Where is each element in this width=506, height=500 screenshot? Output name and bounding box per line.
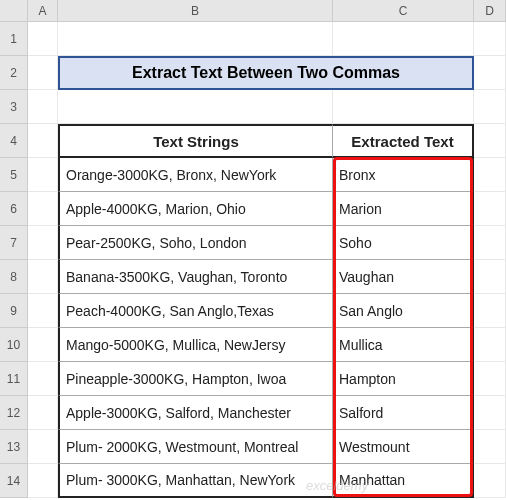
cell-text-9[interactable]: Peach-4000KG, San Anglo,Texas: [58, 294, 333, 328]
row-header-11[interactable]: 11: [0, 362, 28, 396]
row-header-4[interactable]: 4: [0, 124, 28, 158]
cell-D9[interactable]: [474, 294, 506, 328]
cell-extracted-12[interactable]: Salford: [333, 396, 474, 430]
col-header-C[interactable]: C: [333, 0, 474, 22]
col-header-B[interactable]: B: [58, 0, 333, 22]
cell-A3[interactable]: [28, 90, 58, 124]
cell-text-10[interactable]: Mango-5000KG, Mullica, NewJersy: [58, 328, 333, 362]
cell-A8[interactable]: [28, 260, 58, 294]
row-header-13[interactable]: 13: [0, 430, 28, 464]
cell-A5[interactable]: [28, 158, 58, 192]
row-header-3[interactable]: 3: [0, 90, 28, 124]
cell-A12[interactable]: [28, 396, 58, 430]
cell-C3[interactable]: [333, 90, 474, 124]
row-header-12[interactable]: 12: [0, 396, 28, 430]
cell-A6[interactable]: [28, 192, 58, 226]
cell-B3[interactable]: [58, 90, 333, 124]
cell-D10[interactable]: [474, 328, 506, 362]
cell-text-13[interactable]: Plum- 2000KG, Westmount, Montreal: [58, 430, 333, 464]
col-header-D[interactable]: D: [474, 0, 506, 22]
row-header-14[interactable]: 14: [0, 464, 28, 498]
header-extracted-text: Extracted Text: [333, 124, 474, 158]
row-header-5[interactable]: 5: [0, 158, 28, 192]
cell-extracted-5[interactable]: Bronx: [333, 158, 474, 192]
spreadsheet-grid[interactable]: ABCD12Extract Text Between Two Commas34T…: [0, 0, 506, 498]
row-header-7[interactable]: 7: [0, 226, 28, 260]
cell-D8[interactable]: [474, 260, 506, 294]
cell-A1[interactable]: [28, 22, 58, 56]
cell-A9[interactable]: [28, 294, 58, 328]
cell-extracted-6[interactable]: Marion: [333, 192, 474, 226]
row-header-2[interactable]: 2: [0, 56, 28, 90]
col-header-A[interactable]: A: [28, 0, 58, 22]
cell-extracted-13[interactable]: Westmount: [333, 430, 474, 464]
row-header-8[interactable]: 8: [0, 260, 28, 294]
cell-D3[interactable]: [474, 90, 506, 124]
cell-A2[interactable]: [28, 56, 58, 90]
cell-extracted-8[interactable]: Vaughan: [333, 260, 474, 294]
row-header-10[interactable]: 10: [0, 328, 28, 362]
cell-text-8[interactable]: Banana-3500KG, Vaughan, Toronto: [58, 260, 333, 294]
header-text-strings: Text Strings: [58, 124, 333, 158]
cell-text-6[interactable]: Apple-4000KG, Marion, Ohio: [58, 192, 333, 226]
cell-B1[interactable]: [58, 22, 333, 56]
cell-text-14[interactable]: Plum- 3000KG, Manhattan, NewYork: [58, 464, 333, 498]
cell-D1[interactable]: [474, 22, 506, 56]
cell-D5[interactable]: [474, 158, 506, 192]
cell-extracted-9[interactable]: San Anglo: [333, 294, 474, 328]
cell-A11[interactable]: [28, 362, 58, 396]
cell-D6[interactable]: [474, 192, 506, 226]
row-header-9[interactable]: 9: [0, 294, 28, 328]
cell-text-11[interactable]: Pineapple-3000KG, Hampton, Iwoa: [58, 362, 333, 396]
cell-A4[interactable]: [28, 124, 58, 158]
row-header-1[interactable]: 1: [0, 22, 28, 56]
cell-extracted-11[interactable]: Hampton: [333, 362, 474, 396]
corner-cell: [0, 0, 28, 22]
cell-A14[interactable]: [28, 464, 58, 498]
cell-text-12[interactable]: Apple-3000KG, Salford, Manchester: [58, 396, 333, 430]
cell-D11[interactable]: [474, 362, 506, 396]
cell-D7[interactable]: [474, 226, 506, 260]
cell-D14[interactable]: [474, 464, 506, 498]
cell-A10[interactable]: [28, 328, 58, 362]
cell-text-7[interactable]: Pear-2500KG, Soho, London: [58, 226, 333, 260]
cell-D13[interactable]: [474, 430, 506, 464]
cell-D2[interactable]: [474, 56, 506, 90]
cell-D12[interactable]: [474, 396, 506, 430]
cell-D4[interactable]: [474, 124, 506, 158]
cell-extracted-7[interactable]: Soho: [333, 226, 474, 260]
cell-extracted-14[interactable]: Manhattan: [333, 464, 474, 498]
row-header-6[interactable]: 6: [0, 192, 28, 226]
cell-A13[interactable]: [28, 430, 58, 464]
title-cell: Extract Text Between Two Commas: [58, 56, 474, 90]
cell-extracted-10[interactable]: Mullica: [333, 328, 474, 362]
cell-A7[interactable]: [28, 226, 58, 260]
cell-text-5[interactable]: Orange-3000KG, Bronx, NewYork: [58, 158, 333, 192]
cell-C1[interactable]: [333, 22, 474, 56]
